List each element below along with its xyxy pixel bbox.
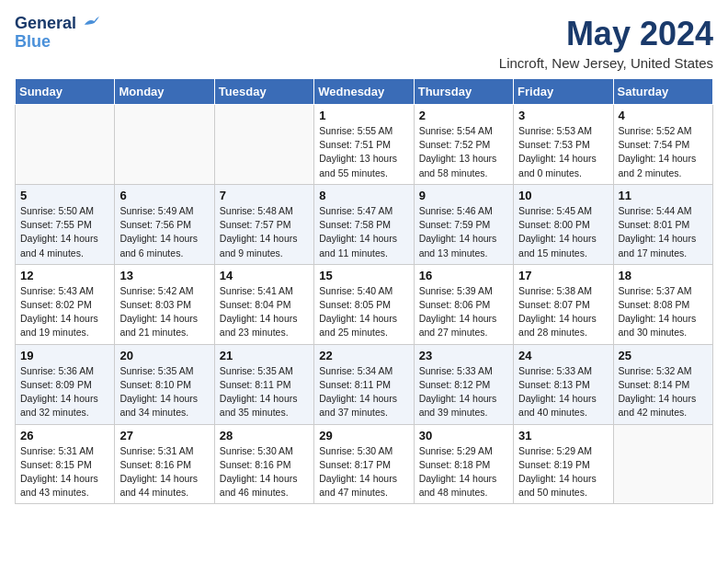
calendar-week-row: 12Sunrise: 5:43 AM Sunset: 8:02 PM Dayli… xyxy=(16,264,713,344)
day-info: Sunrise: 5:34 AM Sunset: 8:11 PM Dayligh… xyxy=(319,364,408,420)
calendar-cell: 31Sunrise: 5:29 AM Sunset: 8:19 PM Dayli… xyxy=(514,424,613,504)
calendar-header-row: SundayMondayTuesdayWednesdayThursdayFrid… xyxy=(16,79,713,105)
day-info: Sunrise: 5:49 AM Sunset: 7:56 PM Dayligh… xyxy=(119,204,209,260)
day-number: 5 xyxy=(20,189,109,202)
day-number: 25 xyxy=(619,349,708,362)
day-of-week-header: Tuesday xyxy=(214,79,313,105)
logo-text: General xyxy=(15,15,99,33)
day-info: Sunrise: 5:38 AM Sunset: 8:07 PM Dayligh… xyxy=(518,284,608,340)
calendar-cell: 12Sunrise: 5:43 AM Sunset: 8:02 PM Dayli… xyxy=(16,264,115,344)
calendar-cell: 1Sunrise: 5:55 AM Sunset: 7:51 PM Daylig… xyxy=(314,105,414,185)
day-info: Sunrise: 5:35 AM Sunset: 8:10 PM Dayligh… xyxy=(119,364,209,420)
day-info: Sunrise: 5:36 AM Sunset: 8:09 PM Dayligh… xyxy=(20,364,109,420)
day-number: 17 xyxy=(518,269,608,282)
day-number: 18 xyxy=(619,269,708,282)
day-number: 22 xyxy=(319,349,408,362)
day-number: 7 xyxy=(220,189,309,202)
calendar-cell: 6Sunrise: 5:49 AM Sunset: 7:56 PM Daylig… xyxy=(115,184,214,264)
calendar-cell: 2Sunrise: 5:54 AM Sunset: 7:52 PM Daylig… xyxy=(414,105,513,185)
day-of-week-header: Saturday xyxy=(613,79,712,105)
day-number: 24 xyxy=(518,349,608,362)
calendar-cell: 17Sunrise: 5:38 AM Sunset: 8:07 PM Dayli… xyxy=(514,264,613,344)
day-info: Sunrise: 5:35 AM Sunset: 8:11 PM Dayligh… xyxy=(220,364,309,420)
day-number: 3 xyxy=(518,109,608,122)
day-info: Sunrise: 5:31 AM Sunset: 8:16 PM Dayligh… xyxy=(119,444,209,500)
day-info: Sunrise: 5:40 AM Sunset: 8:05 PM Dayligh… xyxy=(319,284,408,340)
calendar-cell: 16Sunrise: 5:39 AM Sunset: 8:06 PM Dayli… xyxy=(414,264,513,344)
day-number: 14 xyxy=(220,269,309,282)
title-block: May 2024 Lincroft, New Jersey, United St… xyxy=(499,15,713,71)
day-info: Sunrise: 5:48 AM Sunset: 7:57 PM Dayligh… xyxy=(220,204,309,260)
day-number: 1 xyxy=(319,109,408,122)
day-info: Sunrise: 5:29 AM Sunset: 8:18 PM Dayligh… xyxy=(419,444,508,500)
day-number: 11 xyxy=(619,189,708,202)
calendar-cell: 15Sunrise: 5:40 AM Sunset: 8:05 PM Dayli… xyxy=(314,264,414,344)
day-number: 28 xyxy=(220,429,309,442)
calendar-cell: 11Sunrise: 5:44 AM Sunset: 8:01 PM Dayli… xyxy=(613,184,712,264)
day-info: Sunrise: 5:50 AM Sunset: 7:55 PM Dayligh… xyxy=(20,204,109,260)
day-number: 30 xyxy=(419,429,508,442)
day-number: 4 xyxy=(619,109,708,122)
day-info: Sunrise: 5:39 AM Sunset: 8:06 PM Dayligh… xyxy=(419,284,508,340)
day-of-week-header: Thursday xyxy=(414,79,513,105)
calendar-cell: 3Sunrise: 5:53 AM Sunset: 7:53 PM Daylig… xyxy=(514,105,613,185)
calendar-cell: 30Sunrise: 5:29 AM Sunset: 8:18 PM Dayli… xyxy=(414,424,513,504)
day-info: Sunrise: 5:54 AM Sunset: 7:52 PM Dayligh… xyxy=(419,124,508,180)
day-number: 16 xyxy=(419,269,508,282)
day-info: Sunrise: 5:37 AM Sunset: 8:08 PM Dayligh… xyxy=(619,284,708,340)
calendar-cell: 14Sunrise: 5:41 AM Sunset: 8:04 PM Dayli… xyxy=(214,264,313,344)
calendar-cell: 25Sunrise: 5:32 AM Sunset: 8:14 PM Dayli… xyxy=(613,344,712,424)
calendar-week-row: 5Sunrise: 5:50 AM Sunset: 7:55 PM Daylig… xyxy=(16,184,713,264)
day-info: Sunrise: 5:29 AM Sunset: 8:19 PM Dayligh… xyxy=(518,444,608,500)
calendar-cell: 24Sunrise: 5:33 AM Sunset: 8:13 PM Dayli… xyxy=(514,344,613,424)
day-number: 20 xyxy=(119,349,209,362)
calendar-cell: 27Sunrise: 5:31 AM Sunset: 8:16 PM Dayli… xyxy=(115,424,214,504)
calendar-cell: 9Sunrise: 5:46 AM Sunset: 7:59 PM Daylig… xyxy=(414,184,513,264)
day-info: Sunrise: 5:46 AM Sunset: 7:59 PM Dayligh… xyxy=(419,204,508,260)
calendar-cell: 23Sunrise: 5:33 AM Sunset: 8:12 PM Dayli… xyxy=(414,344,513,424)
day-info: Sunrise: 5:33 AM Sunset: 8:12 PM Dayligh… xyxy=(419,364,508,420)
day-number: 13 xyxy=(119,269,209,282)
calendar-cell: 21Sunrise: 5:35 AM Sunset: 8:11 PM Dayli… xyxy=(214,344,313,424)
main-title: May 2024 xyxy=(499,15,713,53)
logo-bird-icon xyxy=(83,16,99,29)
day-number: 12 xyxy=(20,269,109,282)
calendar-cell: 7Sunrise: 5:48 AM Sunset: 7:57 PM Daylig… xyxy=(214,184,313,264)
logo-blue: Blue xyxy=(15,33,51,50)
calendar-cell: 5Sunrise: 5:50 AM Sunset: 7:55 PM Daylig… xyxy=(16,184,115,264)
calendar-cell: 10Sunrise: 5:45 AM Sunset: 8:00 PM Dayli… xyxy=(514,184,613,264)
day-info: Sunrise: 5:43 AM Sunset: 8:02 PM Dayligh… xyxy=(20,284,109,340)
day-of-week-header: Wednesday xyxy=(314,79,414,105)
day-of-week-header: Sunday xyxy=(16,79,115,105)
calendar-cell: 22Sunrise: 5:34 AM Sunset: 8:11 PM Dayli… xyxy=(314,344,414,424)
day-info: Sunrise: 5:44 AM Sunset: 8:01 PM Dayligh… xyxy=(619,204,708,260)
day-info: Sunrise: 5:53 AM Sunset: 7:53 PM Dayligh… xyxy=(518,124,608,180)
calendar-week-row: 19Sunrise: 5:36 AM Sunset: 8:09 PM Dayli… xyxy=(16,344,713,424)
calendar-cell: 20Sunrise: 5:35 AM Sunset: 8:10 PM Dayli… xyxy=(115,344,214,424)
subtitle: Lincroft, New Jersey, United States xyxy=(499,55,713,71)
calendar-cell: 19Sunrise: 5:36 AM Sunset: 8:09 PM Dayli… xyxy=(16,344,115,424)
day-of-week-header: Monday xyxy=(115,79,214,105)
day-number: 23 xyxy=(419,349,508,362)
day-number: 15 xyxy=(319,269,408,282)
day-info: Sunrise: 5:31 AM Sunset: 8:15 PM Dayligh… xyxy=(20,444,109,500)
day-number: 26 xyxy=(20,429,109,442)
day-number: 27 xyxy=(119,429,209,442)
day-info: Sunrise: 5:52 AM Sunset: 7:54 PM Dayligh… xyxy=(619,124,708,180)
day-number: 10 xyxy=(518,189,608,202)
day-info: Sunrise: 5:55 AM Sunset: 7:51 PM Dayligh… xyxy=(319,124,408,180)
calendar-cell: 29Sunrise: 5:30 AM Sunset: 8:17 PM Dayli… xyxy=(314,424,414,504)
day-info: Sunrise: 5:47 AM Sunset: 7:58 PM Dayligh… xyxy=(319,204,408,260)
day-info: Sunrise: 5:33 AM Sunset: 8:13 PM Dayligh… xyxy=(518,364,608,420)
day-number: 29 xyxy=(319,429,408,442)
day-info: Sunrise: 5:32 AM Sunset: 8:14 PM Dayligh… xyxy=(619,364,708,420)
calendar-cell xyxy=(613,424,712,504)
day-of-week-header: Friday xyxy=(514,79,613,105)
calendar-week-row: 26Sunrise: 5:31 AM Sunset: 8:15 PM Dayli… xyxy=(16,424,713,504)
header: General Blue May 2024 Lincroft, New Jers… xyxy=(15,15,713,71)
calendar-cell xyxy=(115,105,214,185)
day-info: Sunrise: 5:30 AM Sunset: 8:16 PM Dayligh… xyxy=(220,444,309,500)
day-info: Sunrise: 5:42 AM Sunset: 8:03 PM Dayligh… xyxy=(119,284,209,340)
logo: General Blue xyxy=(15,15,99,50)
day-info: Sunrise: 5:30 AM Sunset: 8:17 PM Dayligh… xyxy=(319,444,408,500)
